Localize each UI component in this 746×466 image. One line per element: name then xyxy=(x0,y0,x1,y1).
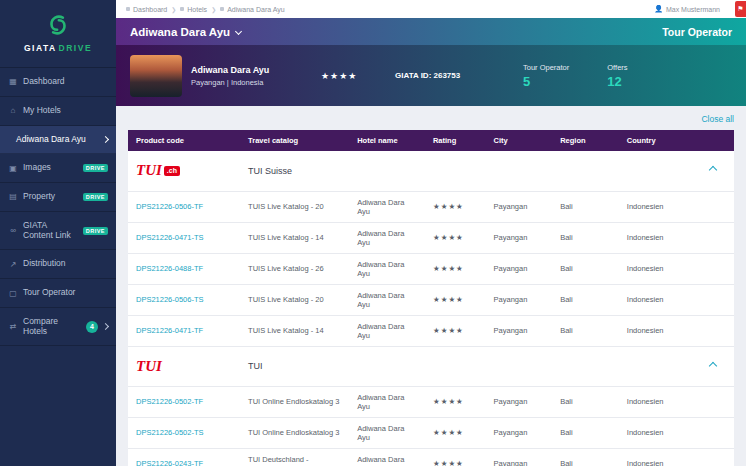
travel-catalog-cell: TUI Deutschland - Fernstrecke Live - 5 xyxy=(240,448,349,466)
drive-badge: DRIVE xyxy=(83,227,108,235)
sidebar-item-compare-hotels[interactable]: ⇄Compare Hotels4 xyxy=(0,308,116,347)
product-code-link[interactable]: DPS21226-0502-TF xyxy=(136,397,203,406)
breadcrumb-item-dashboard[interactable]: Dashboard xyxy=(126,6,167,13)
group-collapse-cell xyxy=(698,346,734,386)
offer-row: DPS21226-0471-TFTUIS Live Katalog - 14Ad… xyxy=(128,315,734,346)
breadcrumb-item-hotels[interactable]: Hotels xyxy=(180,6,207,13)
region-cell: Bali xyxy=(552,448,619,466)
breadcrumb: Dashboard❯Hotels❯Adiwana Dara Ayu xyxy=(126,6,654,13)
offers-table: Product code Travel catalog Hotel name R… xyxy=(128,130,734,466)
group-name: TUI xyxy=(248,361,263,371)
breadcrumb-item-adiwana-dara-ayu[interactable]: Adiwana Dara Ayu xyxy=(220,6,284,13)
product-code-cell: DPS21226-0506-TF xyxy=(128,191,240,222)
product-code-cell: DPS21226-0471-TS xyxy=(128,222,240,253)
rating-cell: ★★★★ xyxy=(425,386,486,417)
feedback-tab[interactable]: ⚑ xyxy=(735,1,746,17)
compare-icon: ⇄ xyxy=(8,322,18,331)
group-name-cell: TUI Suisse xyxy=(240,151,349,191)
col-hotel-name: Hotel name xyxy=(349,130,425,151)
country-cell: Indonesien xyxy=(619,191,698,222)
collapse-chevron-icon[interactable] xyxy=(708,166,716,174)
group-empty-cell xyxy=(486,346,553,386)
group-header-row-tui[interactable]: TUITUI xyxy=(128,346,734,386)
rating-cell: ★★★★ xyxy=(425,222,486,253)
close-all-link[interactable]: Close all xyxy=(701,114,734,124)
region-cell: Bali xyxy=(552,315,619,346)
breadcrumb-separator: ❯ xyxy=(171,6,176,13)
content-area: Close all Product code Travel catalog Ho… xyxy=(116,106,746,466)
sidebar-item-giata-content-link[interactable]: ∞GIATA Content LinkDRIVE xyxy=(0,212,116,251)
region-cell: Bali xyxy=(552,284,619,315)
city-cell: Payangan xyxy=(486,448,553,466)
count-badge: 4 xyxy=(86,321,98,333)
hotel-name-cell: Adiwana Dara Ayu xyxy=(349,284,425,315)
user-menu[interactable]: 👤 Max Mustermann xyxy=(654,5,720,13)
country-cell: Indonesien xyxy=(619,315,698,346)
group-empty-cell xyxy=(619,346,698,386)
product-code-link[interactable]: DPS21226-0243-TF xyxy=(136,459,203,466)
product-code-link[interactable]: DPS21226-0488-TF xyxy=(136,264,203,273)
brand-logo: GIATADRIVE xyxy=(0,0,116,68)
app-window: GIATADRIVE ▦Dashboard⌂My HotelsAdiwana D… xyxy=(0,0,746,466)
sidebar-item-my-hotels[interactable]: ⌂My Hotels xyxy=(0,97,116,126)
product-code-cell: DPS21226-0243-TF xyxy=(128,448,240,466)
col-product-code: Product code xyxy=(128,130,240,151)
images-icon: ▣ xyxy=(8,164,18,173)
city-cell: Payangan xyxy=(486,315,553,346)
sidebar-item-dashboard[interactable]: ▦Dashboard xyxy=(0,68,116,97)
tui-logo-text: TUI xyxy=(136,359,162,374)
rating-cell: ★★★★ xyxy=(425,315,486,346)
group-empty-cell xyxy=(486,151,553,191)
tui-ch-suffix: .ch xyxy=(164,166,180,176)
group-empty-cell xyxy=(349,346,425,386)
hotel-star-rating: ★★★★ xyxy=(321,71,381,81)
hotel-giata-id: GIATA ID: 263753 xyxy=(395,71,485,80)
country-cell: Indonesien xyxy=(619,386,698,417)
sidebar-item-distribution[interactable]: ↗Distribution xyxy=(0,250,116,279)
hotel-name: Adiwana Dara Ayu xyxy=(191,65,303,75)
product-code-link[interactable]: DPS21226-0502-TS xyxy=(136,428,204,437)
product-code-cell: DPS21226-0488-TF xyxy=(128,253,240,284)
hotel-name-cell: Adiwana Dara Ayu xyxy=(349,222,425,253)
sidebar-item-label: Property xyxy=(23,192,78,202)
sidebar-item-adiwana-dara-ayu[interactable]: Adiwana Dara Ayu xyxy=(0,126,116,155)
country-cell: Indonesien xyxy=(619,253,698,284)
hotel-name-cell: Adiwana Dara Ayu xyxy=(349,386,425,417)
dashboard-icon: ▦ xyxy=(8,77,18,86)
hotel-thumbnail xyxy=(130,55,182,97)
breadcrumb-icon xyxy=(126,7,130,11)
section-title: Tour Operator xyxy=(662,26,732,38)
sidebar-item-label: Distribution xyxy=(23,259,108,269)
col-actions xyxy=(698,130,734,151)
product-code-link[interactable]: DPS21226-0506-TF xyxy=(136,202,203,211)
tui-ch-logo: TUI.ch xyxy=(136,163,180,178)
brand-giata: GIATA xyxy=(24,43,57,53)
product-code-link[interactable]: DPS21226-0471-TF xyxy=(136,326,203,335)
page-header: Adiwana Dara Ayu Tour Operator xyxy=(116,18,746,45)
hotels-icon: ⌂ xyxy=(8,106,18,115)
tour-operator-icon: ▢ xyxy=(8,289,18,298)
product-code-link[interactable]: DPS21226-0506-TS xyxy=(136,295,204,304)
row-end-cell xyxy=(698,222,734,253)
user-icon: 👤 xyxy=(654,5,663,13)
product-code-link[interactable]: DPS21226-0471-TS xyxy=(136,233,204,242)
sidebar-item-property[interactable]: ▤PropertyDRIVE xyxy=(0,183,116,212)
offer-row: DPS21226-0243-TFTUI Deutschland - Fernst… xyxy=(128,448,734,466)
sidebar-item-label: GIATA Content Link xyxy=(23,221,78,241)
sidebar-item-images[interactable]: ▣ImagesDRIVE xyxy=(0,154,116,183)
offer-row: DPS21226-0502-TSTUI Online Endloskatalog… xyxy=(128,417,734,448)
sidebar-item-label: Adiwana Dara Ayu xyxy=(16,135,98,145)
page-title-text: Adiwana Dara Ayu xyxy=(130,26,230,38)
sidebar-item-tour-operator[interactable]: ▢Tour Operator xyxy=(0,279,116,308)
region-cell: Bali xyxy=(552,386,619,417)
sidebar-item-label: Dashboard xyxy=(23,77,108,87)
main-area: Dashboard❯Hotels❯Adiwana Dara Ayu 👤 Max … xyxy=(116,0,746,466)
stat-label: Tour Operator xyxy=(523,63,569,72)
collapse-chevron-icon[interactable] xyxy=(708,361,716,369)
tui-logo-text: TUI xyxy=(136,163,162,178)
travel-catalog-cell: TUIS Live Katalog - 20 xyxy=(240,284,349,315)
group-logo-cell: TUI.ch xyxy=(128,151,240,191)
group-empty-cell xyxy=(349,151,425,191)
group-header-row-tui-suisse[interactable]: TUI.chTUI Suisse xyxy=(128,151,734,191)
hotel-title-dropdown[interactable]: Adiwana Dara Ayu xyxy=(130,26,241,38)
